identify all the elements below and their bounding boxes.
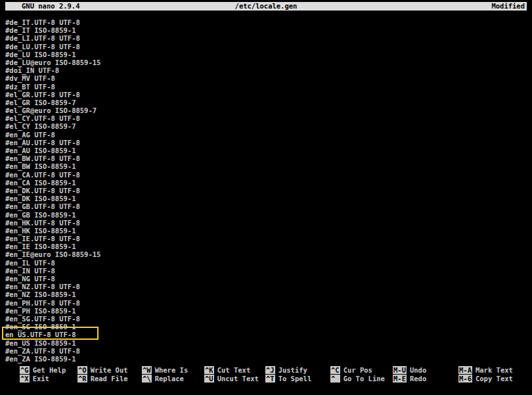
buffer-line[interactable]: #en_NZ.UTF-8 UTF-8 xyxy=(5,283,100,290)
buffer-line[interactable]: #en_IE.UTF-8 UTF-8 xyxy=(5,235,100,243)
shortcut-label: Justify xyxy=(278,366,307,374)
shortcut-key: ^T xyxy=(265,375,275,383)
shortcut-mark-text[interactable]: M-AMark Text xyxy=(458,366,513,374)
shortcut-label: Redo xyxy=(410,375,426,383)
shortcut-key: ^G xyxy=(20,366,30,374)
buffer-line[interactable]: #en_DK ISO-8859-1 xyxy=(5,195,100,202)
buffer-line[interactable]: #el_GR.UTF-8 UTF-8 xyxy=(5,91,100,99)
shortcut-key: ^C xyxy=(330,366,340,374)
shortcut-label: Read File xyxy=(91,375,128,383)
shortcut-read-file[interactable]: ^RRead File xyxy=(78,375,128,383)
buffer-line[interactable]: #dz_BT UTF-8 xyxy=(5,83,100,91)
file-path-label: /etc/locale.gen xyxy=(5,2,527,11)
shortcut-key: M-6 xyxy=(458,375,472,383)
buffer-line[interactable]: #en_NZ ISO-8859-1 xyxy=(5,290,100,298)
shortcut-key: M-A xyxy=(458,366,472,374)
buffer-line[interactable]: #en_GB.UTF-8 UTF-8 xyxy=(5,202,100,210)
buffer-line[interactable]: #doi_IN UTF-8 xyxy=(5,66,100,74)
buffer-line[interactable]: #en_GB ISO-8859-1 xyxy=(5,211,100,219)
shortcut-label: To Spell xyxy=(278,375,312,383)
buffer-line[interactable]: #en_ZA ISO-8859-1 xyxy=(5,355,100,363)
editor-buffer[interactable]: #de_IT.UTF-8 UTF-8#de_IT ISO-8859-1#de_L… xyxy=(5,18,100,363)
buffer-line[interactable]: #en_ZA.UTF-8 UTF-8 xyxy=(5,347,100,355)
buffer-line[interactable]: #en_PH.UTF-8 UTF-8 xyxy=(5,299,100,307)
buffer-line[interactable]: #en_AG UTF-8 xyxy=(5,131,100,139)
shortcut-key: ^_ xyxy=(330,375,340,383)
buffer-line[interactable]: #en_CA ISO-8859-1 xyxy=(5,179,100,187)
buffer-line[interactable]: #en_HK.UTF-8 UTF-8 xyxy=(5,219,100,227)
shortcut-label: Copy Text xyxy=(476,375,513,383)
shortcut-label: Get Help xyxy=(33,366,66,374)
buffer-line[interactable]: #en_CA.UTF-8 UTF-8 xyxy=(5,171,100,179)
text-cursor: e xyxy=(5,331,9,338)
buffer-line[interactable]: #en_IN UTF-8 xyxy=(5,267,100,275)
shortcut-uncut-text[interactable]: ^UUncut Text xyxy=(204,375,259,383)
buffer-line[interactable]: #de_IT ISO-8859-1 xyxy=(5,26,100,34)
buffer-line[interactable]: #el_CY ISO-8859-7 xyxy=(5,122,100,130)
shortcut-replace[interactable]: ^\Replace xyxy=(142,375,184,383)
shortcut-to-spell[interactable]: ^TTo Spell xyxy=(265,375,311,383)
buffer-line[interactable]: #en_NG UTF-8 xyxy=(5,275,100,283)
shortcut-label: Replace xyxy=(155,375,184,383)
buffer-line[interactable]: #en_IE@euro ISO-8859-15 xyxy=(5,250,100,258)
nano-terminal-screen: GNU nano 2.9.4 /etc/locale.gen Modified … xyxy=(0,0,532,395)
shortcut-justify[interactable]: ^JJustify xyxy=(265,366,307,374)
buffer-line[interactable]: #en_SG.UTF-8 UTF-8 xyxy=(5,315,100,323)
buffer-line-active[interactable]: en_US.UTF-8 UTF-8 xyxy=(5,331,100,338)
shortcut-key: ^\ xyxy=(142,375,152,383)
shortcut-key: ^K xyxy=(204,366,214,374)
shortcut-write-out[interactable]: ^OWrite Out xyxy=(78,366,128,374)
shortcut-label: Cur Pos xyxy=(344,366,372,374)
buffer-line[interactable]: #de_LU@euro ISO-8859-15 xyxy=(5,58,100,66)
shortcut-cur-pos[interactable]: ^CCur Pos xyxy=(330,366,372,374)
shortcut-label: Exit xyxy=(33,375,49,383)
shortcut-key: ^O xyxy=(78,366,87,374)
shortcut-label: Uncut Text xyxy=(217,375,259,383)
shortcut-key: M-E xyxy=(393,375,407,383)
buffer-line[interactable]: #en_AU.UTF-8 UTF-8 xyxy=(5,139,100,147)
shortcut-key: ^U xyxy=(204,375,214,383)
shortcut-go-to-line[interactable]: ^_Go To Line xyxy=(330,375,385,383)
shortcut-cut-text[interactable]: ^KCut Text xyxy=(204,366,250,374)
shortcut-key: ^W xyxy=(142,366,152,374)
shortcut-key: ^X xyxy=(20,375,30,383)
shortcut-label: Mark Text xyxy=(476,366,513,374)
buffer-line[interactable]: #en_DK.UTF-8 UTF-8 xyxy=(5,187,100,195)
title-bar: GNU nano 2.9.4 /etc/locale.gen Modified xyxy=(5,2,527,11)
buffer-line[interactable]: #en_HK ISO-8859-1 xyxy=(5,227,100,235)
buffer-line[interactable]: #en_IL UTF-8 xyxy=(5,259,100,267)
buffer-line[interactable]: #de_IT.UTF-8 UTF-8 xyxy=(5,18,100,26)
buffer-line[interactable]: #el_GR@euro ISO-8859-7 xyxy=(5,106,100,114)
shortcut-label: Where Is xyxy=(155,366,188,374)
shortcut-key: M-U xyxy=(393,366,407,374)
buffer-line[interactable]: #de_LU ISO-8859-1 xyxy=(5,51,100,58)
buffer-line[interactable]: #en_AU ISO-8859-1 xyxy=(5,147,100,154)
buffer-line[interactable]: #de_LI.UTF-8 UTF-8 xyxy=(5,34,100,42)
shortcut-label: Cut Text xyxy=(217,366,251,374)
buffer-line[interactable]: #en_IE ISO-8859-1 xyxy=(5,243,100,250)
shortcut-get-help[interactable]: ^GGet Help xyxy=(20,366,66,374)
shortcut-undo[interactable]: M-UUndo xyxy=(393,366,426,374)
buffer-line[interactable]: #en_BW ISO-8859-1 xyxy=(5,162,100,170)
shortcut-label: Go To Line xyxy=(344,375,385,383)
buffer-line[interactable]: #el_CY.UTF-8 UTF-8 xyxy=(5,114,100,122)
modified-badge: Modified xyxy=(491,2,525,11)
buffer-line[interactable]: #en_PH ISO-8859-1 xyxy=(5,307,100,315)
shortcut-exit[interactable]: ^XExit xyxy=(20,375,49,383)
buffer-line[interactable]: #en_SG ISO-8859-1 xyxy=(5,323,100,331)
shortcut-where-is[interactable]: ^WWhere Is xyxy=(142,366,188,374)
shortcut-redo[interactable]: M-ERedo xyxy=(393,375,426,383)
shortcut-key: ^J xyxy=(265,366,275,374)
buffer-line[interactable]: #dv_MV UTF-8 xyxy=(5,74,100,82)
buffer-line[interactable]: #en_US ISO-8859-1 xyxy=(5,339,100,347)
shortcut-copy-text[interactable]: M-6Copy Text xyxy=(458,375,513,383)
buffer-line[interactable]: #de_LU.UTF-8 UTF-8 xyxy=(5,43,100,51)
buffer-line[interactable]: #en_BW.UTF-8 UTF-8 xyxy=(5,154,100,162)
shortcut-label: Undo xyxy=(410,366,426,374)
shortcut-label: Write Out xyxy=(91,366,128,374)
buffer-line[interactable]: #el_GR ISO-8859-7 xyxy=(5,99,100,106)
shortcut-key: ^R xyxy=(78,375,87,383)
